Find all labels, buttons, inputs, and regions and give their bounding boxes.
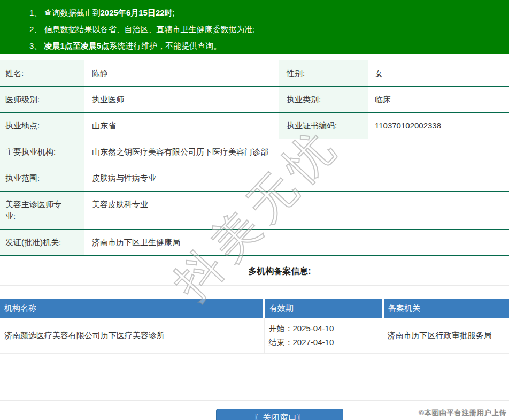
issuer-label: 发证(批准)机关: (0, 230, 84, 256)
notice-3-tail: 系统进行维护，不能提供查询。 (109, 41, 221, 50)
scope-value: 皮肤病与性病专业 (84, 165, 509, 192)
cosmetic-specialty-value: 美容皮肤科专业 (84, 192, 509, 230)
notice-line-3: 3、 凌晨1点至凌晨5点系统进行维护，不能提供查询。 (29, 37, 509, 54)
location-label: 执业地点: (0, 113, 84, 139)
query-result-window: 1、 查询数据截止到2025年6月15日22时; 2、 信息数据结果以各省、自治… (0, 0, 509, 420)
org-name-header: 机构名称 (0, 299, 264, 318)
info-row: 执业范围: 皮肤病与性病专业 (0, 165, 509, 192)
validity-end: 结束：2027-04-10 (269, 335, 379, 349)
info-row: 主要执业机构: 山东然之钥医疗美容有限公司历下医疗美容门诊部 (0, 139, 509, 165)
info-row: 发证(批准)机关: 济南市历下区卫生健康局 (0, 230, 509, 256)
validity-start: 开始：2025-04-10 (269, 322, 379, 335)
name-label: 姓名: (0, 60, 84, 87)
name-value: 陈静 (84, 60, 279, 87)
close-window-button[interactable]: 〖关闭窗口〗 (216, 409, 343, 420)
info-row: 执业地点: 山东省 执业证书编码: 110370102002338 (0, 113, 509, 139)
category-label: 执业类别: (279, 87, 368, 113)
notice-3-bold: 凌晨1点至凌晨5点 (44, 41, 110, 50)
gender-label: 性别: (279, 60, 368, 87)
multi-org-table: 机构名称 有效期 备案机关 济南颜选医疗美容有限公司历下医疗美容诊所 开始：20… (0, 299, 509, 354)
notice-1-bold: 2025年6月15日22时 (101, 8, 173, 17)
main-org-value: 山东然之钥医疗美容有限公司历下医疗美容门诊部 (84, 139, 509, 165)
info-row: 姓名: 陈静 性别: 女 (0, 60, 509, 87)
notice-3-text: 3、 (29, 41, 44, 50)
validity-cell: 开始：2025-04-10 结束：2027-04-10 (264, 318, 383, 354)
multi-org-section-title: 多机构备案信息: (0, 266, 509, 277)
multi-org-header-row: 机构名称 有效期 备案机关 (0, 299, 509, 318)
cert-no-value: 110370102002338 (368, 113, 509, 139)
issuer-value: 济南市历下区卫生健康局 (84, 230, 509, 256)
info-row: 医师级别: 执业医师 执业类别: 临床 (0, 87, 509, 113)
platform-copyright-stamp: ©本图由平台注册用户上传 (419, 408, 507, 418)
notice-1-tail: ; (173, 8, 175, 17)
notice-banner: 1、 查询数据截止到2025年6月15日22时; 2、 信息数据结果以各省、自治… (0, 0, 509, 54)
level-value: 执业医师 (84, 87, 279, 113)
table-row: 济南颜选医疗美容有限公司历下医疗美容诊所 开始：2025-04-10 结束：20… (0, 318, 509, 354)
validity-header: 有效期 (264, 299, 383, 318)
notice-line-1: 1、 查询数据截止到2025年6月15日22时; (29, 4, 509, 21)
doctor-info-table: 姓名: 陈静 性别: 女 医师级别: 执业医师 执业类别: 临床 执业地点: 山… (0, 60, 509, 256)
cosmetic-specialty-label: 美容主诊医师专业: (0, 192, 84, 230)
gender-value: 女 (368, 60, 509, 87)
cert-no-label: 执业证书编码: (279, 113, 368, 139)
location-value: 山东省 (84, 113, 279, 139)
notice-2-text: 2、 信息数据结果以各省、自治区、直辖市卫生健康委数据为准; (29, 25, 255, 34)
page-container: 1、 查询数据截止到2025年6月15日22时; 2、 信息数据结果以各省、自治… (0, 0, 509, 420)
info-row: 美容主诊医师专业: 美容皮肤科专业 (0, 192, 509, 230)
scope-label: 执业范围: (0, 165, 84, 192)
notice-line-2: 2、 信息数据结果以各省、自治区、直辖市卫生健康委数据为准; (29, 21, 509, 37)
main-org-label: 主要执业机构: (0, 139, 84, 165)
level-label: 医师级别: (0, 87, 84, 113)
authority-cell: 济南市历下区行政审批服务局 (383, 318, 509, 354)
authority-header: 备案机关 (383, 299, 509, 318)
multi-org-panel: 机构名称 有效期 备案机关 济南颜选医疗美容有限公司历下医疗美容诊所 开始：20… (0, 285, 509, 401)
notice-1-text: 1、 查询数据截止到 (29, 8, 101, 17)
category-value: 临床 (368, 87, 509, 113)
org-name-cell: 济南颜选医疗美容有限公司历下医疗美容诊所 (0, 318, 264, 354)
